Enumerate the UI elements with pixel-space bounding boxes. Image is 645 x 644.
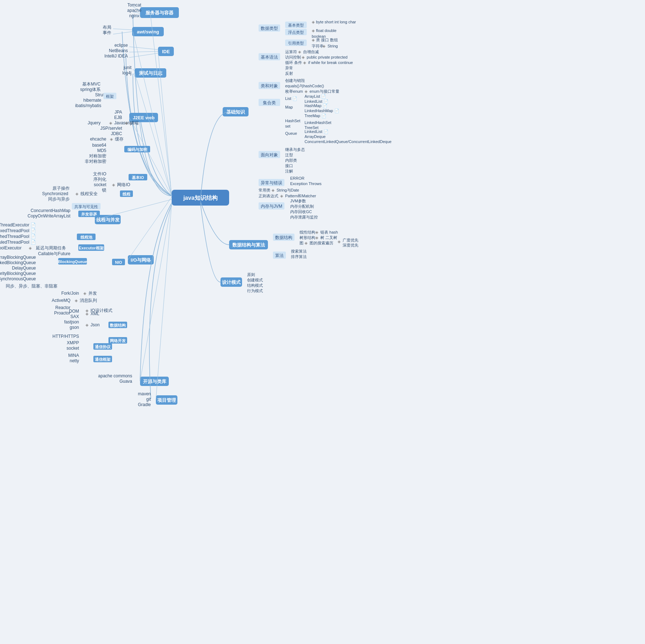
svg-text:通信协议: 通信协议	[95, 345, 111, 349]
svg-text:树形结构: 树形结构	[300, 235, 315, 240]
svg-text:String与Date: String与Date	[277, 188, 299, 192]
svg-text:广度优先: 广度优先	[343, 238, 358, 242]
svg-text:float  double: float double	[316, 28, 337, 33]
svg-text:NIO: NIO	[115, 260, 122, 264]
svg-text:线程池: 线程池	[80, 235, 93, 239]
svg-text:◈: ◈	[75, 192, 79, 196]
svg-text:内存与JVM: 内存与JVM	[261, 204, 282, 209]
svg-text:BlockingQueue: BlockingQueue	[58, 259, 87, 264]
svg-text:newScheduledThreadPool 📄: newScheduledThreadPool 📄	[0, 239, 36, 245]
svg-text:◈: ◈	[305, 241, 308, 245]
svg-text:netty: netty	[70, 358, 79, 363]
svg-text:HTTP/HTTPS: HTTP/HTTPS	[52, 334, 79, 339]
svg-text:HashMap 📄: HashMap 📄	[305, 103, 328, 108]
svg-text:通信框架: 通信框架	[95, 357, 111, 362]
svg-text:◈: ◈	[312, 20, 315, 24]
svg-text:PriorityBlockingQueue: PriorityBlockingQueue	[0, 271, 36, 276]
svg-text:IntelliJ IDEA: IntelliJ IDEA	[105, 54, 128, 59]
svg-text:◈: ◈	[312, 38, 315, 42]
svg-text:编码与加密: 编码与加密	[127, 147, 148, 152]
svg-text:DOM: DOM	[69, 309, 79, 314]
svg-text:EJB: EJB	[114, 115, 122, 120]
svg-text:异常与错误: 异常与错误	[261, 180, 282, 185]
svg-text:LinkedList 📄: LinkedList 📄	[305, 99, 329, 104]
svg-text:◈: ◈	[303, 60, 306, 65]
svg-text:Synchronized: Synchronized	[42, 191, 68, 196]
svg-text:◈: ◈	[125, 121, 128, 125]
svg-text:LinkedBlockingQueue: LinkedBlockingQueue	[0, 260, 36, 265]
svg-text:面向对象: 面向对象	[261, 152, 278, 157]
svg-text:◈: ◈	[75, 298, 78, 303]
svg-text:I/O与网络: I/O与网络	[131, 257, 151, 263]
svg-text:Map: Map	[285, 105, 293, 109]
svg-text:基本MVC: 基本MVC	[82, 82, 101, 87]
center-label: java知识结构	[183, 195, 217, 201]
svg-text:fastjson: fastjson	[64, 319, 79, 325]
svg-text:搜索算法: 搜索算法	[291, 249, 307, 253]
svg-text:JDBC: JDBC	[111, 131, 122, 136]
svg-text:NetBeans: NetBeans	[109, 48, 128, 53]
svg-text:基本IO: 基本IO	[132, 175, 144, 180]
svg-text:Callable与Future: Callable与Future	[38, 251, 70, 256]
svg-text:ConcurrentHashMap: ConcurrentHashMap	[31, 208, 70, 213]
svg-text:HashSet: HashSet	[285, 119, 300, 123]
svg-line-254	[140, 202, 172, 381]
svg-text:log4j: log4j	[122, 70, 131, 75]
svg-text:ScheduledThreadPoolExecutor: ScheduledThreadPoolExecutor	[0, 245, 22, 250]
svg-text:序列化: 序列化	[93, 177, 106, 182]
svg-line-18	[129, 47, 158, 50]
svg-text:设计模式: 设计模式	[222, 280, 241, 285]
svg-line-12	[113, 32, 132, 34]
svg-text:常用类: 常用类	[259, 188, 270, 192]
svg-text:awt/swing: awt/swing	[137, 29, 159, 34]
svg-text:public private protected: public private protected	[307, 55, 348, 59]
svg-text:◈: ◈	[315, 230, 319, 234]
svg-text:延迟与周期任务: 延迟与周期任务	[36, 245, 66, 250]
svg-text:内部类: 内部类	[285, 158, 297, 162]
svg-text:创建模式: 创建模式	[247, 278, 263, 282]
svg-text:集合类: 集合类	[263, 100, 276, 105]
svg-line-253	[95, 199, 172, 220]
svg-text:消息队列: 消息队列	[80, 298, 97, 303]
svg-text:ActiveMQ: ActiveMQ	[52, 298, 70, 303]
svg-text:线性结构: 线性结构	[300, 230, 315, 234]
svg-text:内存回收GC: 内存回收GC	[290, 210, 312, 214]
svg-text:◈: ◈	[29, 246, 32, 250]
svg-text:类和对象: 类和对象	[261, 83, 278, 88]
svg-text:XML: XML	[91, 311, 99, 316]
svg-text:自增自减: 自增自减	[303, 50, 319, 54]
svg-text:newSingleThreadExecutor 📄: newSingleThreadExecutor 📄	[0, 222, 36, 227]
svg-text:newCachedThreadPool 📄: newCachedThreadPool 📄	[0, 234, 36, 239]
svg-text:线程安全: 线程安全	[80, 191, 98, 196]
svg-line-25	[133, 69, 135, 71]
svg-text:数据结构: 数据结构	[275, 235, 292, 240]
svg-text:◈: ◈	[85, 323, 89, 327]
svg-text:Guava: Guava	[120, 379, 133, 384]
svg-text:CopyOnWriteArrayList: CopyOnWriteArrayList	[28, 213, 71, 218]
svg-text:创建与销毁: 创建与销毁	[285, 78, 305, 83]
svg-text:Tomcat: Tomcat	[127, 3, 141, 8]
svg-text:ERROR: ERROR	[290, 176, 305, 180]
svg-text:Pattern和Matcher: Pattern和Matcher	[285, 194, 316, 198]
svg-text:JVM参数: JVM参数	[290, 199, 306, 203]
svg-text:◈: ◈	[110, 137, 113, 141]
svg-text:注解: 注解	[285, 169, 293, 173]
svg-text:◈: ◈	[302, 55, 305, 59]
svg-text:◈: ◈	[83, 291, 87, 295]
svg-text:枚举enum: 枚举enum	[285, 89, 303, 93]
svg-text:socket: socket	[94, 182, 106, 187]
svg-text:TreeMap 📄: TreeMap 📄	[305, 113, 326, 118]
svg-text:Exception Throws: Exception Throws	[290, 181, 322, 186]
svg-text:线程: 线程	[122, 192, 131, 196]
svg-text:缓存: 缓存	[115, 137, 124, 142]
svg-text:◈: ◈	[338, 239, 341, 244]
svg-text:数据类型: 数据类型	[261, 26, 278, 31]
svg-line-20	[129, 53, 158, 58]
svg-text:base64: base64	[92, 143, 107, 148]
svg-text:同步与异步: 同步与异步	[48, 197, 70, 202]
svg-text:DelayQueue: DelayQueue	[12, 266, 36, 271]
svg-text:Queue: Queue	[285, 131, 297, 135]
svg-text:XMPP: XMPP	[67, 340, 79, 345]
svg-text:eclipse: eclipse	[115, 43, 128, 48]
svg-text:◈: ◈	[298, 50, 301, 54]
